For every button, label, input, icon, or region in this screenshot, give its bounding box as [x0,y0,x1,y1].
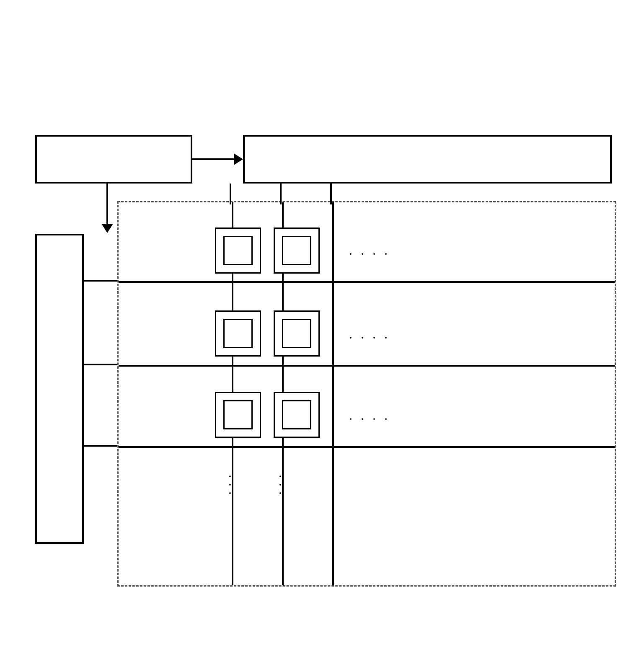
gate-line-3 [119,446,615,448]
source-driver-connections [113,184,365,204]
arrow-controller-to-gate [104,184,111,234]
dots-row1: . . . . [349,243,390,258]
pixel-cell-r2c1-inner [223,319,253,348]
dots-col2: ... [276,475,292,500]
gate-line-2 [119,365,615,367]
gate-conn-3 [84,445,117,447]
source-line-3 [332,202,334,585]
dots-row3: . . . . [349,408,390,423]
arrow-controller-to-source [192,156,243,163]
pixel-cell-r1c1-inner [223,236,253,265]
dots-row2: . . . . [349,326,390,342]
arrow-v-line [106,184,108,224]
panel-area: . . . . . . . . . . . . ... ... [117,201,616,587]
controller-box [35,135,192,184]
arrow-v-head [101,224,113,233]
pixel-cell-r1c2-inner [282,236,311,265]
pixel-cell-r3c1-inner [223,400,253,429]
dots-col1: ... [226,475,241,500]
arrow-h-head [234,153,243,165]
gate-conn-2 [84,364,117,365]
source-driver-box [243,135,612,184]
pixel-cell-r2c2-inner [282,319,311,348]
pixel-cell-r3c2-inner [282,400,311,429]
gate-line-1 [119,281,615,283]
gate-driver-box [35,234,84,544]
diagram-container: . . . . . . . . . . . . ... ... [0,0,644,667]
gate-conn-1 [84,280,117,282]
arrow-h-line [192,158,234,160]
